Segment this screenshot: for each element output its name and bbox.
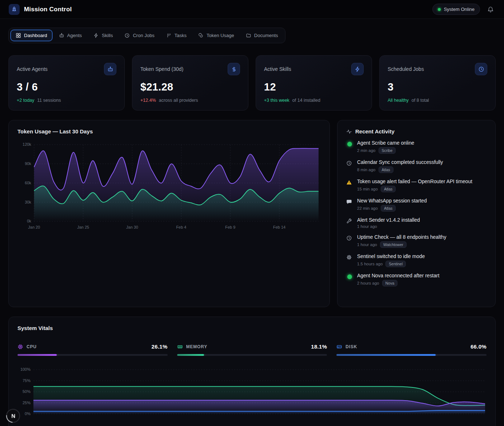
stat-value: $21.28 — [140, 81, 240, 93]
cpu-icon — [17, 344, 23, 350]
brand: Mission Control — [9, 4, 72, 15]
activity-text: Agent Scribe came online — [357, 140, 414, 146]
clock-icon — [124, 33, 130, 38]
svg-text:75%: 75% — [23, 378, 31, 383]
online-dot-icon — [438, 8, 441, 11]
vital-meter-memory: MEMORY18.1% — [177, 343, 327, 356]
stat-delta: +3 this week — [264, 98, 289, 103]
activity-item: Agent Nova reconnected after restart2 ho… — [346, 273, 487, 286]
zap-icon — [351, 63, 364, 75]
activity-item: Token usage alert failed — OpenRouter AP… — [346, 179, 487, 192]
chat-icon — [346, 199, 352, 205]
tools-icon — [346, 218, 353, 224]
tab-label: Dashboard — [24, 33, 47, 38]
stat-label: Active Skills — [264, 66, 291, 72]
svg-text:0%: 0% — [25, 411, 31, 416]
clock-icon — [346, 235, 353, 241]
svg-text:30k: 30k — [25, 200, 31, 204]
tab-cron-jobs[interactable]: Cron Jobs — [119, 30, 159, 41]
stat-delta: All healthy — [388, 98, 409, 103]
svg-text:Feb 4: Feb 4 — [176, 225, 186, 229]
stat-label: Active Agents — [17, 66, 48, 72]
vitals-history-chart: 0%25%50%75%100% — [17, 367, 487, 421]
activity-title: Recent Activity — [346, 128, 487, 134]
meter-fill — [17, 354, 57, 356]
activity-agent-badge: Scribe — [379, 147, 396, 154]
activity-time: 1.5 hours ago — [357, 262, 383, 266]
activity-text: Alert Sender v1.4.2 installed — [357, 217, 420, 223]
activity-text: Token usage alert failed — OpenRouter AP… — [357, 179, 472, 184]
main-row: Token Usage — Last 30 Days 0k30k60k90k12… — [8, 120, 496, 307]
activity-text: Sentinel switched to idle mode — [357, 254, 425, 259]
tab-tasks[interactable]: Tasks — [161, 30, 192, 41]
tab-skills[interactable]: Skills — [88, 30, 118, 41]
meter-value: 18.1% — [311, 343, 327, 350]
activity-list: Agent Scribe came online2 min agoScribeC… — [346, 140, 487, 286]
stat-delta: +12.4% — [140, 98, 156, 103]
svg-text:120k: 120k — [23, 142, 31, 146]
meter-track — [177, 354, 327, 356]
zap-icon — [93, 33, 99, 38]
disk-icon — [336, 344, 342, 350]
vitals-title: System Vitals — [17, 325, 487, 331]
token-usage-card: Token Usage — Last 30 Days 0k30k60k90k12… — [8, 120, 330, 307]
stat-label: Token Spend (30d) — [140, 66, 183, 72]
stat-subtext: across all providers — [159, 98, 198, 103]
svg-text:0k: 0k — [27, 219, 31, 223]
floating-widget-label: N — [11, 413, 15, 419]
svg-text:60k: 60k — [25, 181, 31, 185]
activity-icon — [346, 129, 352, 134]
bot-icon — [59, 33, 64, 38]
tab-dashboard[interactable]: Dashboard — [11, 30, 52, 41]
tab-token-usage[interactable]: Token Usage — [193, 30, 239, 41]
svg-text:50%: 50% — [23, 389, 31, 394]
activity-item: Alert Sender v1.4.2 installed1 hour ago — [346, 217, 487, 229]
activity-text: New WhatsApp session started — [357, 198, 427, 204]
meter-label: DISK — [345, 344, 357, 349]
notifications-button[interactable] — [486, 5, 495, 14]
vitals-meters: CPU26.1%MEMORY18.1%DISK66.0% — [17, 343, 487, 356]
app-header: Mission Control System Online — [0, 0, 504, 19]
stat-cards: Active Agents3 / 6+2 today11 sessionsTok… — [8, 55, 496, 110]
tab-agents[interactable]: Agents — [54, 30, 87, 41]
activity-agent-badge: Watchtower — [380, 241, 407, 248]
memory-icon — [177, 344, 183, 350]
stat-subtext: of 14 installed — [292, 98, 320, 103]
bot-icon — [104, 63, 116, 75]
meter-track — [17, 354, 168, 356]
activity-text: Calendar Sync completed successfully — [357, 160, 443, 165]
tab-label: Cron Jobs — [133, 33, 154, 38]
clock-icon — [475, 63, 487, 75]
stat-delta: +2 today — [17, 98, 34, 103]
svg-text:Jan 25: Jan 25 — [77, 225, 89, 229]
folder-icon — [246, 33, 251, 38]
online-dot-icon — [347, 274, 352, 279]
stat-label: Scheduled Jobs — [388, 66, 424, 72]
svg-text:90k: 90k — [25, 161, 31, 166]
activity-agent-badge: Atlas — [381, 205, 396, 212]
meter-label: MEMORY — [186, 344, 207, 349]
tab-label: Documents — [254, 33, 278, 38]
stat-value: 12 — [264, 81, 364, 93]
activity-item: New WhatsApp session started22 min agoAt… — [346, 198, 487, 212]
system-vitals-card: System Vitals CPU26.1%MEMORY18.1%DISK66.… — [8, 317, 496, 426]
svg-text:Feb 14: Feb 14 — [273, 225, 285, 229]
bell-icon — [487, 6, 494, 13]
activity-time: 22 min ago — [357, 206, 378, 210]
activity-agent-badge: Atlas — [379, 166, 393, 173]
nav-tabs: DashboardAgentsSkillsCron JobsTasksToken… — [8, 28, 285, 43]
activity-item: Calendar Sync completed successfully8 mi… — [346, 160, 487, 173]
activity-time: 2 hours ago — [357, 281, 379, 285]
app-title: Mission Control — [24, 6, 72, 13]
activity-text: Uptime Check — all 8 endpoints healthy — [357, 234, 446, 240]
tab-label: Token Usage — [207, 33, 234, 38]
system-status-badge[interactable]: System Online — [432, 4, 480, 15]
tab-documents[interactable]: Documents — [241, 30, 283, 41]
svg-text:25%: 25% — [23, 401, 31, 405]
meter-fill — [177, 354, 204, 356]
token-chart-title: Token Usage — Last 30 Days — [17, 128, 321, 134]
stat-card-scheduled-jobs: Scheduled Jobs3All healthyof 8 total — [379, 55, 496, 110]
system-status-label: System Online — [444, 7, 475, 12]
activity-agent-badge: Nova — [382, 280, 398, 286]
meter-value: 26.1% — [152, 343, 168, 350]
